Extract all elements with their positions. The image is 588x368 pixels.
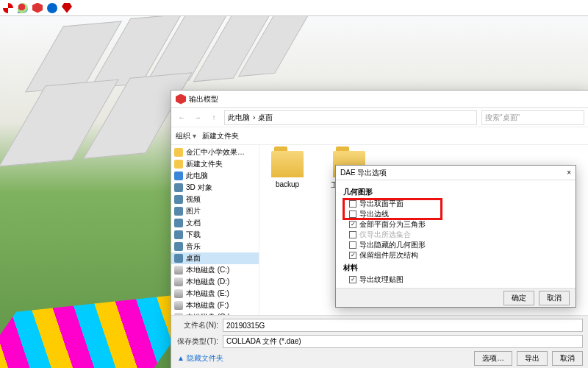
options-cancel-button[interactable]: 取消 (539, 291, 570, 305)
folder-tree[interactable]: 金汇中小学效果…新建文件夹此电脑3D 对象视频图片文档下载音乐桌面本地磁盘 (C… (171, 145, 259, 315)
option-label: 导出纹理贴图 (359, 275, 404, 285)
option-row[interactable]: 导出隐藏的几何图形 (343, 240, 568, 250)
tree-item[interactable]: 下载 (171, 229, 259, 241)
dae-options-dialog: DAE 导出选项 × 几何图形导出双面平面导出边线金部平面分为三角形仅导出所选集… (335, 165, 576, 308)
export-button[interactable]: 导出 (517, 351, 548, 366)
gen-icon (174, 230, 183, 239)
gen-icon (174, 254, 183, 263)
dialog-titlebar[interactable]: 输出模型 (171, 91, 588, 108)
tree-item-label: 本地磁盘 (F:) (186, 300, 229, 311)
cancel-button[interactable]: 取消 (552, 351, 583, 366)
close-icon[interactable]: × (567, 169, 571, 177)
tree-item[interactable]: 本地磁盘 (F:) (171, 300, 259, 311)
checkbox-icon[interactable] (349, 221, 356, 228)
filetype-select[interactable] (223, 335, 583, 348)
option-label: 导出边线 (359, 209, 389, 219)
options-ok-button[interactable]: 确定 (503, 291, 534, 305)
dialog-title: 输出模型 (189, 94, 218, 105)
hide-folders-toggle[interactable]: ▲ 隐藏文件夹 (177, 353, 223, 364)
tree-item[interactable]: 金汇中小学效果… (171, 146, 259, 158)
option-row[interactable]: 导出纹理贴图 (343, 275, 568, 285)
new-folder-button[interactable]: 新建文件夹 (202, 131, 239, 141)
tree-item-label: 3D 对象 (186, 183, 212, 193)
tree-item-label: 新建文件夹 (186, 159, 223, 169)
breadcrumb-root[interactable]: 此电脑 (228, 113, 250, 123)
dialog-nav: ← → ↑ 此电脑 › 桌面 搜索"桌面" (171, 108, 588, 127)
filename-input[interactable] (223, 319, 583, 332)
checkbox-icon[interactable] (349, 210, 356, 218)
scissors-icon[interactable] (3, 3, 13, 13)
breadcrumb-sep: › (253, 113, 255, 121)
tree-item-label: 音乐 (186, 241, 201, 252)
tree-item[interactable]: 本地磁盘 (C:) (171, 264, 259, 276)
option-label: 仅导出所选集合 (359, 230, 411, 240)
app-toolbar (0, 0, 588, 16)
tree-item[interactable]: 本地磁盘 (E:) (171, 288, 259, 300)
option-section-heading: 几何图形 (343, 187, 568, 197)
option-label: 金部平面分为三角形 (359, 219, 426, 230)
tree-item[interactable]: 本地磁盘 (D:) (171, 276, 259, 288)
search-input[interactable]: 搜索"桌面" (481, 110, 584, 125)
gen-icon (174, 183, 183, 192)
tree-item[interactable]: 文档 (171, 217, 259, 229)
filetype-label: 保存类型(T): (177, 336, 218, 347)
options-button[interactable]: 选项… (474, 351, 512, 366)
tree-item[interactable]: 此电脑 (171, 170, 259, 182)
nav-back-button[interactable]: ← (176, 112, 187, 124)
option-label: 导出双面平面 (359, 199, 404, 209)
ruby-icon[interactable] (62, 3, 72, 13)
tree-item[interactable]: 新建文件夹 (171, 158, 259, 170)
dialog-footer: 文件名(N): 保存类型(T): ▲ 隐藏文件夹 选项… 导出 取消 (171, 315, 588, 368)
tree-item-label: 此电脑 (186, 171, 208, 181)
tree-item[interactable]: 桌面 (171, 252, 259, 264)
tree-item[interactable]: 视频 (171, 194, 259, 205)
checkbox-icon (349, 231, 356, 238)
tree-item-label: 本地磁盘 (C:) (186, 265, 229, 275)
tree-item-label: 文档 (186, 218, 201, 228)
gen-icon (174, 242, 183, 251)
option-label: 导出隐藏的几何图形 (359, 240, 426, 250)
palette-icon[interactable] (18, 3, 28, 13)
options-titlebar[interactable]: DAE 导出选项 × (336, 166, 576, 180)
option-row[interactable]: 金部平面分为三角形 (343, 219, 568, 230)
option-row[interactable]: 导出双面平面 (343, 199, 568, 209)
folder-icon (174, 160, 183, 169)
tree-item-label: 视频 (186, 194, 201, 205)
nav-forward-button[interactable]: → (192, 112, 204, 124)
gen-icon (174, 219, 183, 227)
checkbox-icon[interactable] (349, 276, 356, 283)
folder-icon (271, 151, 304, 177)
checkbox-icon[interactable] (349, 252, 356, 259)
tree-item[interactable]: 图片 (171, 205, 259, 217)
checkbox-icon[interactable] (349, 200, 356, 208)
folder-label: backup (276, 180, 299, 188)
dialog-toolbar: 组织 新建文件夹 (171, 127, 588, 145)
options-title: DAE 导出选项 (340, 168, 387, 178)
option-label: 保留组件层次结构 (359, 250, 418, 261)
folder-item[interactable]: backup (265, 151, 309, 188)
cube-icon[interactable] (32, 3, 43, 13)
drive-icon (174, 289, 183, 298)
drive-icon (174, 277, 183, 286)
option-section-heading: 材料 (343, 263, 568, 273)
nav-up-button[interactable]: ↑ (208, 112, 220, 124)
tree-item-label: 图片 (186, 206, 201, 216)
drive-icon (174, 266, 183, 275)
checkbox-icon[interactable] (349, 241, 356, 249)
option-row[interactable]: 保留组件层次结构 (343, 250, 568, 261)
tree-item-label: 桌面 (186, 253, 201, 263)
pc-icon (174, 171, 183, 180)
filename-label: 文件名(N): (177, 320, 218, 330)
tree-item-label: 金汇中小学效果… (186, 147, 245, 158)
organize-menu[interactable]: 组织 (176, 131, 196, 141)
breadcrumb-current[interactable]: 桌面 (258, 113, 273, 123)
tree-item[interactable]: 3D 对象 (171, 182, 259, 194)
breadcrumb[interactable]: 此电脑 › 桌面 (224, 110, 477, 125)
gen-icon (174, 195, 183, 204)
sphere-icon[interactable] (47, 3, 57, 13)
tree-item-label: 下载 (186, 230, 201, 240)
folder-icon (174, 148, 183, 157)
tree-item[interactable]: 音乐 (171, 241, 259, 252)
tree-item-label: 本地磁盘 (E:) (186, 289, 229, 299)
option-row[interactable]: 导出边线 (343, 209, 568, 219)
